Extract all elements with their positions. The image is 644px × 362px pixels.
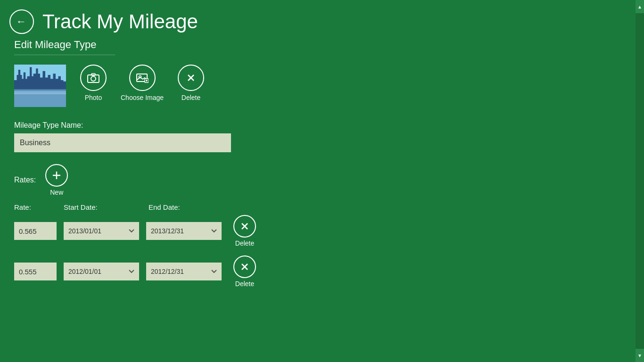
delete-rate-2-label: Delete (235, 280, 254, 288)
delete-rate-2-icon (233, 255, 256, 278)
scrollbar-track (636, 13, 644, 349)
scroll-up-arrow[interactable]: ▲ (636, 0, 644, 13)
rates-section: Rates: New Rate: Start Date: End Date: 2 (14, 164, 630, 288)
rate-input-2[interactable] (14, 263, 57, 280)
delete-image-button[interactable]: Delete (178, 65, 204, 101)
rate-row-2: 2012/01/01 2013/01/01 2011/01/01 2012/12… (14, 255, 630, 288)
section-title: Edit Mileage Type (14, 39, 115, 55)
rate-input-1[interactable] (14, 222, 57, 240)
photo-label: Photo (85, 94, 102, 101)
main-content: Edit Mileage Type Photo (0, 39, 644, 288)
rates-label: Rates: (14, 176, 36, 184)
scroll-down-arrow[interactable]: ▼ (636, 349, 644, 362)
choose-image-label: Choose Image (121, 94, 164, 101)
rates-header: Rates: New (14, 164, 630, 196)
start-date-select-1[interactable]: 2013/01/01 2012/01/01 2011/01/01 (64, 222, 139, 240)
scrollbar[interactable]: ▲ ▼ (636, 0, 644, 362)
camera-icon (80, 65, 107, 91)
mileage-type-name-label: Mileage Type Name: (14, 121, 630, 130)
delete-image-icon (178, 65, 204, 91)
back-arrow-icon: ← (16, 16, 26, 28)
delete-rate-1-label: Delete (235, 239, 254, 247)
end-date-select-2[interactable]: 2012/12/31 2013/12/31 2011/12/31 (146, 263, 222, 280)
start-date-col-header: Start Date: (64, 203, 141, 211)
mileage-type-form: Mileage Type Name: (14, 121, 630, 152)
image-icon-buttons: Photo Choose Image (80, 65, 204, 101)
rate-column-headers: Rate: Start Date: End Date: (14, 203, 630, 211)
image-section: Photo Choose Image (14, 65, 630, 107)
header: ← Track My Mileage (0, 0, 644, 39)
start-date-select-2[interactable]: 2012/01/01 2013/01/01 2011/01/01 (64, 263, 139, 280)
rate-col-header: Rate: (14, 203, 57, 211)
delete-rate-1-icon (233, 215, 256, 238)
mileage-image (14, 65, 66, 107)
back-button[interactable]: ← (9, 9, 34, 34)
end-date-col-header: End Date: (149, 203, 226, 211)
delete-rate-2-button[interactable]: Delete (233, 255, 256, 288)
new-rate-icon (45, 164, 68, 187)
delete-rate-1-button[interactable]: Delete (233, 215, 256, 247)
svg-point-1 (91, 76, 96, 81)
rate-row-1: 2013/01/01 2012/01/01 2011/01/01 2013/12… (14, 215, 630, 247)
choose-image-button[interactable]: Choose Image (121, 65, 164, 101)
new-label: New (50, 189, 63, 196)
end-date-select-1[interactable]: 2013/12/31 2012/12/31 2011/12/31 (146, 222, 222, 240)
app-title: Track My Mileage (42, 10, 198, 33)
mileage-type-name-input[interactable] (14, 133, 231, 152)
delete-image-label: Delete (182, 94, 200, 101)
new-rate-button[interactable]: New (45, 164, 68, 196)
photo-button[interactable]: Photo (80, 65, 107, 101)
choose-image-icon (129, 65, 156, 91)
